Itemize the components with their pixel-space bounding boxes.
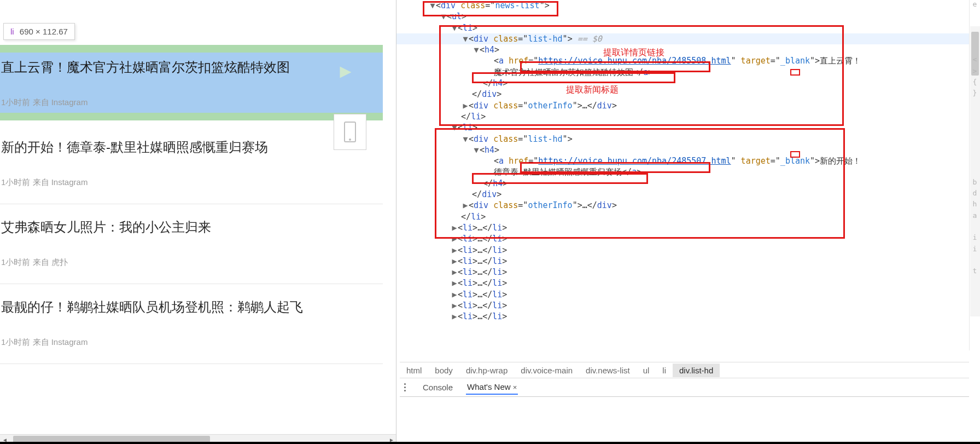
dimensions-tooltip: li 690 × 112.67 (3, 23, 75, 40)
tab-label: What's New (467, 382, 511, 391)
page-preview-panel: li 690 × 112.67 直上云霄！魔术官方社媒晒富尔茨扣篮炫酷特效图 1… (0, 0, 396, 444)
news-title[interactable]: 直上云霄！魔术官方社媒晒富尔茨扣篮炫酷特效图 (1, 58, 383, 77)
annotation-caret (790, 69, 800, 76)
news-title[interactable]: 最靓的仔！鹈鹕社媒晒队员机场登机照：鹈鹕人起飞 (1, 298, 383, 316)
drawer-tabs: Console What's New × (400, 378, 969, 397)
news-meta: 1小时前 来自 虎扑 (1, 257, 383, 268)
news-title[interactable]: 新的开始！德章泰-默里社媒晒照感慨重归赛场 (1, 138, 383, 157)
breadcrumb-item[interactable]: body (428, 364, 459, 377)
breadcrumb-item[interactable]: div.news-list (579, 364, 637, 377)
breadcrumb-item[interactable]: div.voice-main (514, 364, 579, 377)
breadcrumb-item[interactable]: html (400, 364, 428, 377)
close-icon[interactable]: × (513, 383, 517, 391)
news-item-4[interactable]: 最靓的仔！鹈鹕社媒晒队员机场登机照：鹈鹕人起飞 1小时前 来自 Instagra… (0, 298, 383, 348)
inspect-margin-bot (0, 113, 383, 120)
separator (0, 284, 383, 284)
news-item-3[interactable]: 艾弗森晒女儿照片：我的小公主归来 1小时前 来自 虎扑 (0, 218, 383, 268)
devtools-panel: ▼<div class="news-list">▼<ul>▼<li>▼<div … (396, 0, 980, 444)
separator (0, 204, 383, 204)
tab-console[interactable]: Console (422, 380, 454, 394)
kebab-icon[interactable] (400, 383, 410, 391)
breadcrumb-item[interactable]: div.list-hd (673, 364, 720, 377)
inspect-margin-top (0, 45, 383, 53)
news-item-1[interactable]: 直上云霄！魔术官方社媒晒富尔茨扣篮炫酷特效图 1小时前 来自 Instagram (0, 58, 383, 108)
taskbar-edge (0, 442, 980, 444)
styles-gutter: e<>{}bdhaiit (969, 0, 980, 350)
breadcrumb-item[interactable]: ul (637, 364, 656, 377)
breadcrumb-item[interactable]: li (656, 364, 673, 377)
tab-whats-new[interactable]: What's New × (466, 380, 518, 395)
tooltip-tag: li (10, 27, 14, 36)
elements-breadcrumb[interactable]: htmlbodydiv.hp-wrapdiv.voice-maindiv.new… (400, 362, 969, 378)
elements-tree[interactable]: ▼<div class="news-list">▼<ul>▼<li>▼<div … (396, 0, 969, 356)
breadcrumb-item[interactable]: div.hp-wrap (459, 364, 514, 377)
page-scroll-area[interactable]: li 690 × 112.67 直上云霄！魔术官方社媒晒富尔茨扣篮炫酷特效图 1… (0, 0, 396, 433)
news-meta: 1小时前 来自 Instagram (1, 337, 383, 348)
news-meta: 1小时前 来自 Instagram (1, 97, 383, 108)
news-item-2[interactable]: 新的开始！德章泰-默里社媒晒照感慨重归赛场 1小时前 来自 Instagram (0, 138, 383, 188)
news-meta: 1小时前 来自 Instagram (1, 177, 383, 188)
news-title[interactable]: 艾弗森晒女儿照片：我的小公主归来 (1, 218, 383, 237)
separator (0, 364, 383, 364)
annotation-caret (790, 151, 800, 158)
tooltip-dims: 690 × 112.67 (20, 27, 68, 36)
